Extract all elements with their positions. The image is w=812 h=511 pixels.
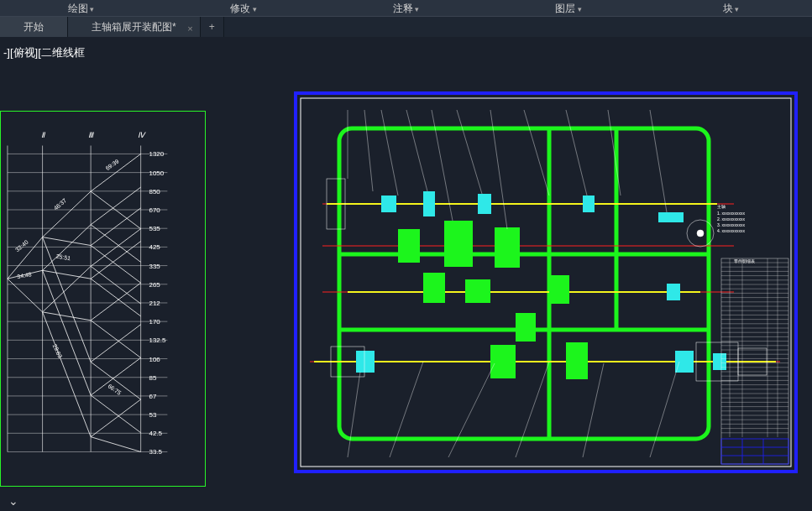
svg-line-55 bbox=[91, 246, 141, 284]
svg-text:850: 850 bbox=[149, 188, 161, 196]
col-head: Ⅲ bbox=[88, 131, 94, 139]
svg-rect-102 bbox=[549, 275, 569, 304]
svg-rect-98 bbox=[444, 221, 473, 267]
assembly-drawing[interactable]: 主轴 1. xxxxxxxxxxx 2. xxxxxxxxxxx 3. xxxx… bbox=[294, 91, 798, 473]
svg-line-49 bbox=[43, 312, 92, 437]
drawing-viewport[interactable]: -][俯视][二维线框 Ⅱ Ⅲ Ⅳ 1320105085067053542533… bbox=[0, 37, 812, 511]
svg-rect-88 bbox=[381, 196, 396, 212]
svg-text:69:39: 69:39 bbox=[105, 158, 120, 171]
svg-line-56 bbox=[91, 229, 141, 267]
svg-line-51 bbox=[91, 191, 141, 229]
svg-line-117 bbox=[457, 110, 482, 194]
svg-text:53: 53 bbox=[149, 411, 157, 419]
svg-line-60 bbox=[91, 283, 141, 321]
tab-document[interactable]: 主轴箱展开装配图* × bbox=[68, 17, 201, 37]
svg-rect-75 bbox=[301, 98, 791, 467]
svg-line-125 bbox=[448, 363, 495, 457]
tab-document-label: 主轴箱展开装配图* bbox=[92, 21, 176, 33]
svg-line-57 bbox=[91, 266, 141, 304]
menu-modify[interactable]: 修改 bbox=[162, 0, 324, 16]
add-tab-button[interactable]: + bbox=[201, 17, 224, 37]
col-head: Ⅱ bbox=[41, 131, 46, 139]
menubar: 绘图 修改 注释 图层 块 bbox=[0, 0, 812, 17]
svg-rect-99 bbox=[495, 227, 520, 268]
svg-text:265: 265 bbox=[149, 281, 161, 289]
svg-line-120 bbox=[566, 110, 587, 196]
svg-line-62 bbox=[91, 325, 141, 362]
svg-text:335: 335 bbox=[149, 263, 161, 270]
svg-text:25:51: 25:51 bbox=[55, 253, 71, 261]
svg-text:46:37: 46:37 bbox=[53, 197, 68, 211]
svg-text:106: 106 bbox=[149, 356, 161, 363]
svg-text:33.5: 33.5 bbox=[149, 448, 163, 456]
svg-line-52 bbox=[91, 187, 141, 225]
menu-annotate[interactable]: 注释 bbox=[325, 0, 487, 16]
svg-line-126 bbox=[516, 362, 549, 457]
svg-text:1050: 1050 bbox=[149, 169, 165, 177]
svg-rect-92 bbox=[667, 284, 680, 300]
svg-line-128 bbox=[650, 362, 679, 457]
svg-text:67: 67 bbox=[149, 393, 157, 400]
menu-layer[interactable]: 图层 bbox=[487, 0, 649, 16]
svg-text:1. xxxxxxxxxxx: 1. xxxxxxxxxxx bbox=[717, 211, 746, 216]
svg-line-42 bbox=[43, 237, 92, 246]
tabbar: 开始 主轴箱展开装配图* × + bbox=[0, 17, 812, 37]
svg-text:85: 85 bbox=[149, 374, 157, 382]
svg-line-122 bbox=[650, 110, 667, 212]
svg-text:212: 212 bbox=[149, 300, 160, 307]
svg-line-65 bbox=[91, 395, 141, 433]
view-mode-label[interactable]: -][俯视][二维线框 bbox=[3, 45, 85, 60]
svg-line-44 bbox=[43, 225, 92, 271]
svg-line-67 bbox=[91, 437, 141, 452]
svg-text:2. xxxxxxxxxxx: 2. xxxxxxxxxxx bbox=[717, 216, 746, 222]
menu-draw[interactable]: 绘图 bbox=[0, 0, 162, 16]
close-icon[interactable]: × bbox=[187, 18, 192, 39]
note-title: 主轴 bbox=[717, 204, 726, 209]
svg-line-40 bbox=[8, 279, 43, 312]
bom-header: 零件明细表 bbox=[734, 258, 755, 263]
commandline-chevron-icon[interactable]: ⌄ bbox=[8, 494, 18, 508]
svg-rect-76 bbox=[339, 128, 709, 439]
svg-rect-103 bbox=[516, 313, 536, 342]
svg-rect-101 bbox=[465, 279, 490, 303]
svg-rect-100 bbox=[423, 273, 445, 303]
svg-text:66:75: 66:75 bbox=[107, 383, 122, 396]
svg-text:34:48: 34:48 bbox=[17, 271, 32, 279]
svg-line-63 bbox=[91, 362, 141, 399]
svg-text:1320: 1320 bbox=[149, 150, 165, 158]
svg-line-115 bbox=[406, 110, 427, 191]
svg-line-123 bbox=[348, 372, 360, 457]
svg-rect-91 bbox=[583, 196, 595, 212]
svg-line-113 bbox=[364, 110, 373, 191]
svg-text:425: 425 bbox=[149, 243, 161, 251]
svg-rect-96 bbox=[658, 212, 684, 222]
tab-start[interactable]: 开始 bbox=[0, 17, 68, 37]
menu-block[interactable]: 块 bbox=[650, 0, 812, 16]
svg-text:132.5: 132.5 bbox=[149, 336, 166, 344]
svg-text:29:63: 29:63 bbox=[52, 343, 64, 359]
svg-line-53 bbox=[91, 225, 141, 263]
svg-point-111 bbox=[697, 230, 704, 237]
svg-rect-104 bbox=[490, 345, 516, 378]
svg-line-66 bbox=[91, 399, 141, 437]
svg-rect-93 bbox=[356, 351, 375, 373]
svg-text:42.5: 42.5 bbox=[149, 430, 163, 437]
svg-text:170: 170 bbox=[149, 318, 161, 326]
svg-line-61 bbox=[91, 321, 141, 358]
svg-rect-97 bbox=[398, 229, 420, 263]
svg-text:670: 670 bbox=[149, 206, 161, 214]
svg-text:32:40: 32:40 bbox=[14, 239, 29, 253]
svg-line-48 bbox=[43, 312, 92, 321]
svg-line-45 bbox=[43, 270, 92, 279]
speed-chart[interactable]: Ⅱ Ⅲ Ⅳ 1320105085067053542533526521217013… bbox=[0, 111, 206, 487]
svg-line-41 bbox=[43, 191, 92, 237]
col-head: Ⅳ bbox=[138, 131, 146, 139]
svg-rect-90 bbox=[478, 194, 491, 214]
speed-chart-svg: Ⅱ Ⅲ Ⅳ 1320105085067053542533526521217013… bbox=[1, 112, 205, 486]
svg-text:535: 535 bbox=[149, 225, 161, 232]
svg-rect-95 bbox=[713, 353, 726, 370]
svg-rect-178 bbox=[721, 439, 788, 464]
svg-text:4. xxxxxxxxxxx: 4. xxxxxxxxxxx bbox=[717, 228, 746, 233]
svg-rect-94 bbox=[675, 351, 694, 373]
svg-text:3. xxxxxxxxxxx: 3. xxxxxxxxxxx bbox=[717, 222, 746, 227]
